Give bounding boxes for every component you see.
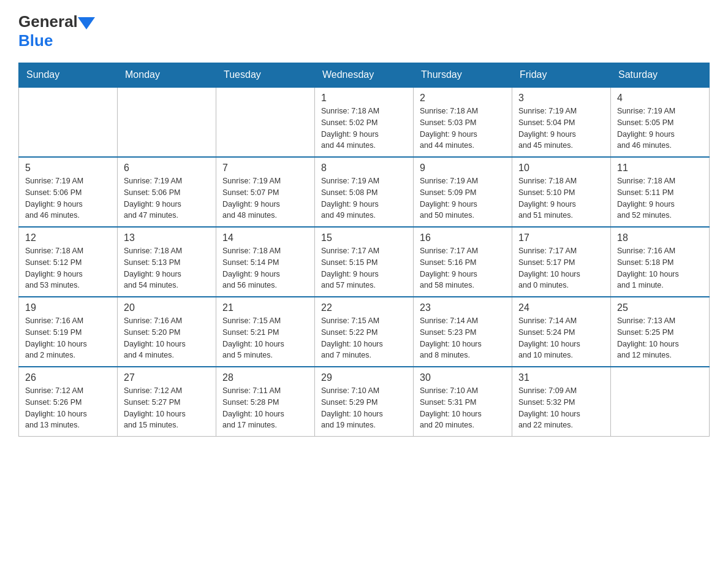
- day-info: Sunrise: 7:18 AM Sunset: 5:13 PM Dayligh…: [124, 245, 210, 291]
- day-info: Sunrise: 7:18 AM Sunset: 5:12 PM Dayligh…: [25, 245, 111, 291]
- day-cell: 17Sunrise: 7:17 AM Sunset: 5:17 PM Dayli…: [512, 227, 611, 297]
- calendar-header-row: SundayMondayTuesdayWednesdayThursdayFrid…: [19, 63, 710, 88]
- day-cell: [118, 87, 216, 157]
- column-header-sunday: Sunday: [19, 63, 118, 88]
- day-number: 19: [25, 302, 111, 313]
- day-cell: 15Sunrise: 7:17 AM Sunset: 5:15 PM Dayli…: [315, 227, 414, 297]
- day-number: 9: [420, 163, 506, 174]
- day-info: Sunrise: 7:19 AM Sunset: 5:06 PM Dayligh…: [25, 175, 111, 221]
- day-info: Sunrise: 7:19 AM Sunset: 5:06 PM Dayligh…: [124, 175, 210, 221]
- day-cell: 4Sunrise: 7:19 AM Sunset: 5:05 PM Daylig…: [611, 87, 710, 157]
- column-header-friday: Friday: [512, 63, 611, 88]
- week-row-1: 1Sunrise: 7:18 AM Sunset: 5:02 PM Daylig…: [19, 87, 710, 157]
- day-number: 8: [321, 163, 407, 174]
- day-number: 18: [617, 232, 703, 243]
- day-info: Sunrise: 7:12 AM Sunset: 5:27 PM Dayligh…: [124, 385, 210, 431]
- day-number: 29: [321, 372, 407, 383]
- day-cell: 9Sunrise: 7:19 AM Sunset: 5:09 PM Daylig…: [414, 157, 512, 227]
- day-number: 4: [617, 93, 703, 104]
- day-cell: 18Sunrise: 7:16 AM Sunset: 5:18 PM Dayli…: [611, 227, 710, 297]
- day-number: 10: [518, 163, 604, 174]
- day-number: 22: [321, 302, 407, 313]
- week-row-5: 26Sunrise: 7:12 AM Sunset: 5:26 PM Dayli…: [19, 367, 710, 437]
- day-info: Sunrise: 7:11 AM Sunset: 5:28 PM Dayligh…: [222, 385, 308, 431]
- day-cell: 10Sunrise: 7:18 AM Sunset: 5:10 PM Dayli…: [512, 157, 611, 227]
- day-info: Sunrise: 7:16 AM Sunset: 5:19 PM Dayligh…: [25, 315, 111, 361]
- column-header-wednesday: Wednesday: [315, 63, 414, 88]
- day-cell: 19Sunrise: 7:16 AM Sunset: 5:19 PM Dayli…: [19, 297, 118, 367]
- day-info: Sunrise: 7:16 AM Sunset: 5:18 PM Dayligh…: [617, 245, 703, 291]
- day-cell: 13Sunrise: 7:18 AM Sunset: 5:13 PM Dayli…: [118, 227, 216, 297]
- day-number: 3: [518, 93, 604, 104]
- day-cell: 23Sunrise: 7:14 AM Sunset: 5:23 PM Dayli…: [414, 297, 512, 367]
- day-info: Sunrise: 7:14 AM Sunset: 5:24 PM Dayligh…: [518, 315, 604, 361]
- day-info: Sunrise: 7:18 AM Sunset: 5:02 PM Dayligh…: [321, 105, 407, 151]
- day-info: Sunrise: 7:17 AM Sunset: 5:15 PM Dayligh…: [321, 245, 407, 291]
- day-info: Sunrise: 7:10 AM Sunset: 5:29 PM Dayligh…: [321, 385, 407, 431]
- logo: General Blue: [18, 12, 95, 50]
- day-cell: 25Sunrise: 7:13 AM Sunset: 5:25 PM Dayli…: [611, 297, 710, 367]
- day-number: 15: [321, 232, 407, 243]
- week-row-4: 19Sunrise: 7:16 AM Sunset: 5:19 PM Dayli…: [19, 297, 710, 367]
- day-number: 20: [124, 302, 210, 313]
- day-cell: 20Sunrise: 7:16 AM Sunset: 5:20 PM Dayli…: [118, 297, 216, 367]
- day-cell: 12Sunrise: 7:18 AM Sunset: 5:12 PM Dayli…: [19, 227, 118, 297]
- day-info: Sunrise: 7:12 AM Sunset: 5:26 PM Dayligh…: [25, 385, 111, 431]
- day-cell: 5Sunrise: 7:19 AM Sunset: 5:06 PM Daylig…: [19, 157, 118, 227]
- day-info: Sunrise: 7:15 AM Sunset: 5:21 PM Dayligh…: [222, 315, 308, 361]
- day-info: Sunrise: 7:19 AM Sunset: 5:09 PM Dayligh…: [420, 175, 506, 221]
- column-header-tuesday: Tuesday: [216, 63, 315, 88]
- day-number: 25: [617, 302, 703, 313]
- day-info: Sunrise: 7:19 AM Sunset: 5:08 PM Dayligh…: [321, 175, 407, 221]
- day-number: 26: [25, 372, 111, 383]
- day-number: 12: [25, 232, 111, 243]
- day-number: 30: [420, 372, 506, 383]
- day-number: 14: [222, 232, 308, 243]
- logo-blue-text: Blue: [18, 31, 53, 50]
- day-info: Sunrise: 7:18 AM Sunset: 5:03 PM Dayligh…: [420, 105, 506, 151]
- day-info: Sunrise: 7:16 AM Sunset: 5:20 PM Dayligh…: [124, 315, 210, 361]
- day-cell: [611, 367, 710, 437]
- day-info: Sunrise: 7:17 AM Sunset: 5:16 PM Dayligh…: [420, 245, 506, 291]
- day-info: Sunrise: 7:15 AM Sunset: 5:22 PM Dayligh…: [321, 315, 407, 361]
- day-cell: 7Sunrise: 7:19 AM Sunset: 5:07 PM Daylig…: [216, 157, 315, 227]
- column-header-monday: Monday: [118, 63, 216, 88]
- day-info: Sunrise: 7:10 AM Sunset: 5:31 PM Dayligh…: [420, 385, 506, 431]
- day-number: 28: [222, 372, 308, 383]
- day-cell: 29Sunrise: 7:10 AM Sunset: 5:29 PM Dayli…: [315, 367, 414, 437]
- day-number: 21: [222, 302, 308, 313]
- day-number: 2: [420, 93, 506, 104]
- day-number: 6: [124, 163, 210, 174]
- week-row-3: 12Sunrise: 7:18 AM Sunset: 5:12 PM Dayli…: [19, 227, 710, 297]
- page-header: General Blue: [18, 12, 710, 50]
- day-number: 5: [25, 163, 111, 174]
- day-cell: 8Sunrise: 7:19 AM Sunset: 5:08 PM Daylig…: [315, 157, 414, 227]
- logo-general-text: General: [18, 12, 78, 31]
- day-cell: 6Sunrise: 7:19 AM Sunset: 5:06 PM Daylig…: [118, 157, 216, 227]
- day-info: Sunrise: 7:18 AM Sunset: 5:10 PM Dayligh…: [518, 175, 604, 221]
- day-cell: [216, 87, 315, 157]
- day-number: 24: [518, 302, 604, 313]
- day-info: Sunrise: 7:19 AM Sunset: 5:04 PM Dayligh…: [518, 105, 604, 151]
- day-info: Sunrise: 7:19 AM Sunset: 5:07 PM Dayligh…: [222, 175, 308, 221]
- day-info: Sunrise: 7:13 AM Sunset: 5:25 PM Dayligh…: [617, 315, 703, 361]
- day-cell: 16Sunrise: 7:17 AM Sunset: 5:16 PM Dayli…: [414, 227, 512, 297]
- day-info: Sunrise: 7:14 AM Sunset: 5:23 PM Dayligh…: [420, 315, 506, 361]
- day-cell: 26Sunrise: 7:12 AM Sunset: 5:26 PM Dayli…: [19, 367, 118, 437]
- calendar-table: SundayMondayTuesdayWednesdayThursdayFrid…: [18, 63, 710, 437]
- day-info: Sunrise: 7:18 AM Sunset: 5:14 PM Dayligh…: [222, 245, 308, 291]
- day-cell: 22Sunrise: 7:15 AM Sunset: 5:22 PM Dayli…: [315, 297, 414, 367]
- column-header-saturday: Saturday: [611, 63, 710, 88]
- day-info: Sunrise: 7:09 AM Sunset: 5:32 PM Dayligh…: [518, 385, 604, 431]
- week-row-2: 5Sunrise: 7:19 AM Sunset: 5:06 PM Daylig…: [19, 157, 710, 227]
- day-cell: 31Sunrise: 7:09 AM Sunset: 5:32 PM Dayli…: [512, 367, 611, 437]
- day-cell: 14Sunrise: 7:18 AM Sunset: 5:14 PM Dayli…: [216, 227, 315, 297]
- day-cell: 21Sunrise: 7:15 AM Sunset: 5:21 PM Dayli…: [216, 297, 315, 367]
- day-info: Sunrise: 7:19 AM Sunset: 5:05 PM Dayligh…: [617, 105, 703, 151]
- logo-triangle-icon: [78, 17, 95, 29]
- day-number: 11: [617, 163, 703, 174]
- day-cell: 27Sunrise: 7:12 AM Sunset: 5:27 PM Dayli…: [118, 367, 216, 437]
- day-info: Sunrise: 7:17 AM Sunset: 5:17 PM Dayligh…: [518, 245, 604, 291]
- day-cell: 11Sunrise: 7:18 AM Sunset: 5:11 PM Dayli…: [611, 157, 710, 227]
- day-cell: 24Sunrise: 7:14 AM Sunset: 5:24 PM Dayli…: [512, 297, 611, 367]
